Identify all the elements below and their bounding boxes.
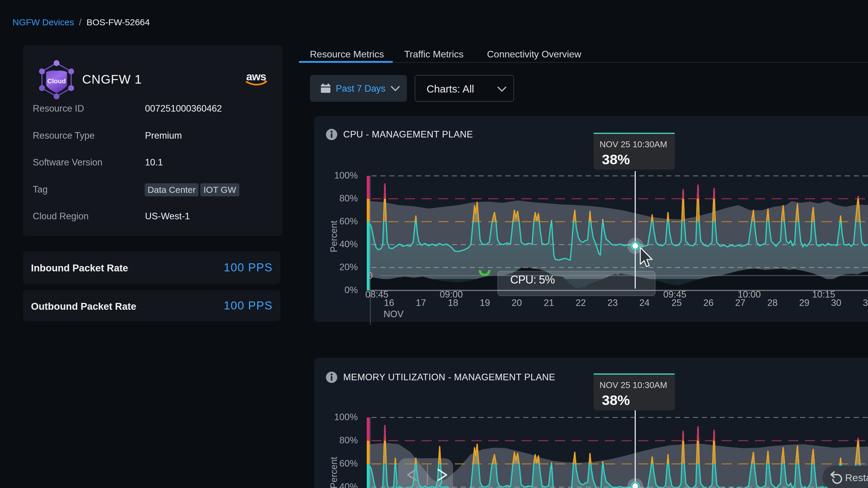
svg-text:Cloud: Cloud [47, 77, 66, 85]
svg-text:aws: aws [246, 70, 266, 83]
svg-text:0: 0 [368, 270, 373, 281]
svg-text:CPU: 5%: CPU: 5% [510, 273, 555, 286]
